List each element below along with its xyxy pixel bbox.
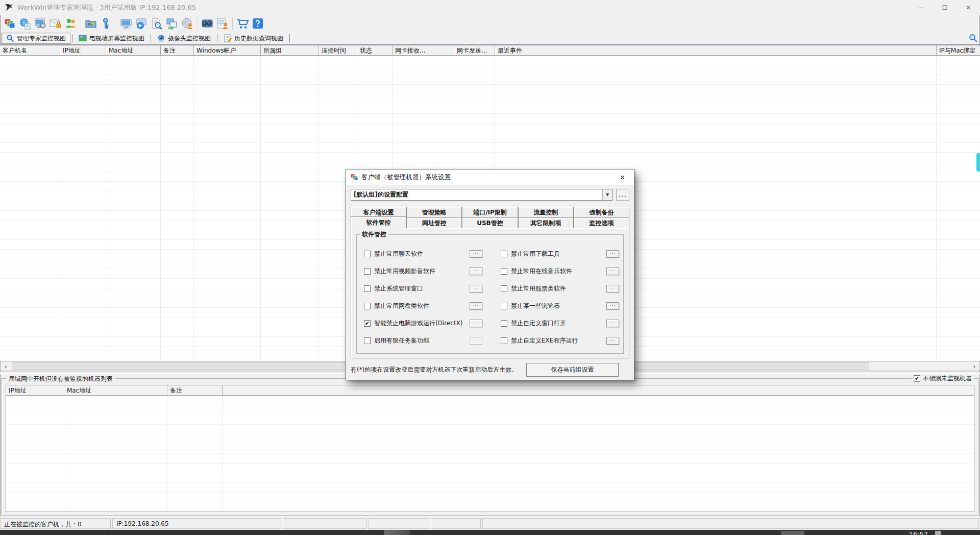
tab-traffic-control[interactable]: 流量控制 (518, 207, 574, 217)
globe-report-icon[interactable] (17, 16, 33, 31)
doc-search-icon[interactable] (149, 16, 164, 31)
key-icon[interactable] (99, 16, 114, 31)
col-header-mac[interactable]: Mac地址 (64, 385, 167, 395)
block-download-tools-checkbox[interactable] (501, 251, 507, 257)
tab-admin-monitor-view[interactable]: 管理专家监控视图 (2, 33, 70, 44)
toolbar-separator (232, 17, 233, 30)
tab-client-settings[interactable]: 客户端设置 (351, 207, 406, 217)
tab-history-query-view[interactable]: 历史数据查询视图 (219, 33, 288, 44)
block-directx-games-checkbox[interactable]: ✔ (364, 320, 371, 327)
option-label: 禁止系统管理窗口 (374, 284, 423, 293)
block-stock-apps-checkbox[interactable] (501, 285, 507, 292)
tab-camera-monitor-view[interactable]: 摄像头监控视图 (153, 33, 215, 44)
screen-edge-handle[interactable] (976, 153, 980, 172)
save-group-settings-button[interactable]: 保存当前组设置 (526, 363, 619, 377)
browse-button[interactable]: ... (606, 285, 619, 293)
col-header-note[interactable]: 备注 (167, 385, 223, 395)
undetect-checkbox[interactable]: ✔ (914, 375, 920, 382)
col-header-connect-time[interactable]: 连接时间 (319, 45, 357, 55)
status-monitored-count: 正在被监控的客户机，共：0 (0, 518, 111, 529)
col-header-ip[interactable]: IP地址 (6, 385, 64, 395)
tab-usb-control[interactable]: USB管控 (462, 217, 518, 228)
tab-port-ip-limit[interactable]: 端口/IP限制 (462, 207, 518, 217)
limited-taskset-checkbox[interactable] (364, 337, 371, 344)
tab-label: 管理专家监控视图 (17, 34, 66, 43)
browse-button[interactable]: ... (606, 320, 619, 327)
browse-button[interactable]: ... (470, 320, 482, 327)
tab-separator (289, 34, 290, 42)
tab-url-control[interactable]: 网址管控 (406, 217, 462, 228)
dialog-close-button[interactable]: ✕ (611, 169, 634, 185)
close-button[interactable]: ✕ (957, 0, 980, 15)
webcam-icon (157, 34, 165, 42)
taskbar-button-glow (384, 530, 410, 535)
block-netdisk-checkbox[interactable] (364, 303, 371, 309)
search-icon[interactable] (969, 34, 977, 42)
monitor-settings-icon[interactable] (33, 16, 48, 31)
col-header-client-name[interactable]: 客户机名 (0, 45, 60, 55)
col-header-windows-account[interactable]: Windows帐户 (194, 45, 261, 55)
toolbar-separator (116, 17, 116, 30)
undetect-checkbox-row[interactable]: ✔ 不侦测未监视机器 (912, 374, 974, 383)
tab-monitor-options[interactable]: 监控选项 (574, 217, 629, 228)
binoculars-icon[interactable] (200, 16, 215, 31)
col-header-ip-mac-bind[interactable]: IP与Mac绑定 (937, 45, 980, 55)
block-custom-window-checkbox[interactable] (501, 320, 507, 327)
block-browsers-checkbox[interactable] (501, 303, 507, 309)
combo-browse-button[interactable]: ... (616, 189, 629, 201)
group-config-combobox[interactable]: [默认组]的设置配置 ▼ (351, 189, 612, 201)
option-label: 禁止常用在线音乐软件 (511, 267, 572, 276)
browse-button[interactable]: ... (470, 285, 482, 293)
option-label: 禁止常用聊天软件 (374, 250, 423, 258)
block-online-music-checkbox[interactable] (501, 268, 507, 275)
browse-button[interactable]: ... (470, 268, 482, 275)
tab-forced-backup[interactable]: 强制备份 (574, 207, 629, 217)
tab-tvwall-monitor-view[interactable]: 电视墙屏幕监控视图 (74, 33, 149, 44)
taskbar-edge: 16:57 (0, 530, 980, 535)
maximize-button[interactable]: ☐ (933, 0, 957, 15)
browse-button[interactable]: ... (606, 337, 619, 345)
col-header-recent-event[interactable]: 最近事件 (495, 45, 937, 55)
help-icon[interactable] (250, 16, 265, 31)
minimize-button[interactable]: — (910, 0, 933, 15)
browse-button[interactable]: ... (606, 302, 619, 310)
shop-cart-icon[interactable] (235, 16, 250, 31)
scroll-left-arrow[interactable]: ‹ (1, 361, 11, 371)
users-icon[interactable] (63, 16, 79, 31)
browse-button[interactable]: ... (470, 302, 482, 310)
col-header-ip[interactable]: IP地址 (60, 45, 106, 55)
status-pane-empty (431, 518, 481, 529)
block-video-audio-checkbox[interactable] (364, 268, 371, 275)
col-header-group[interactable]: 所属组 (261, 45, 319, 55)
folder-apps-icon[interactable] (83, 16, 99, 31)
dialog-body: [默认组]的设置配置 ▼ ... 客户端设置 管理策略 端口/IP限制 流量控制… (346, 185, 634, 381)
monitor-back-icon[interactable] (134, 16, 149, 31)
scroll-right-arrow[interactable]: › (969, 361, 979, 371)
app-windows-icon[interactable] (2, 16, 17, 31)
col-header-note[interactable]: 备注 (161, 45, 194, 55)
chevron-down-icon[interactable]: ▼ (602, 189, 612, 200)
disc-user-icon[interactable] (180, 16, 195, 31)
option-row: 启用有限任务集功能 ... (364, 332, 482, 349)
browse-button[interactable]: ... (606, 250, 619, 258)
mail-lock-icon[interactable] (48, 16, 63, 31)
browse-button[interactable]: ... (470, 250, 482, 258)
col-header-status[interactable]: 状态 (357, 45, 393, 55)
block-system-admin-checkbox[interactable] (364, 285, 371, 292)
col-header-nic-send[interactable]: 网卡发送... (454, 45, 495, 55)
col-header-nic-recv[interactable]: 网卡接收... (393, 45, 454, 55)
windows-sync-icon[interactable] (164, 16, 180, 31)
tasklist-user-icon[interactable] (215, 16, 230, 31)
block-custom-exe-checkbox[interactable] (501, 337, 507, 344)
client-settings-dialog: 客户端（被管理机器）系统设置 ✕ [默认组]的设置配置 ▼ ... 客户端设置 … (346, 169, 634, 380)
tab-software-control[interactable]: 软件管控 (351, 216, 406, 228)
tab-other-limits[interactable]: 其它限制项 (518, 217, 574, 228)
browse-button[interactable]: ... (606, 268, 619, 275)
col-header-mac[interactable]: Mac地址 (106, 45, 161, 55)
option-label: 启用有限任务集功能 (374, 336, 429, 345)
tab-label: 摄像头监控视图 (168, 34, 211, 43)
monitor-icon[interactable] (118, 16, 134, 31)
block-chat-checkbox[interactable] (364, 251, 371, 257)
option-row: 禁止自定义EXE程序运行 ... (501, 332, 619, 349)
tab-admin-policy[interactable]: 管理策略 (406, 207, 462, 217)
